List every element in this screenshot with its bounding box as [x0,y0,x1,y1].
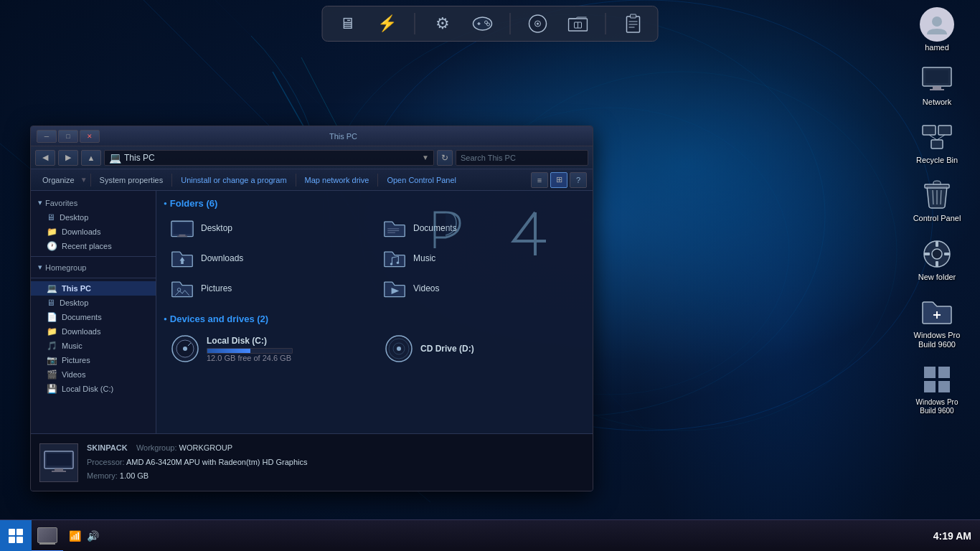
control-panel-icon [920,237,954,271]
svg-point-58 [397,261,400,264]
sidebar-item-videos[interactable]: 🎬 Videos [31,367,156,382]
music-icon: 🎵 [47,341,57,351]
svg-rect-39 [936,241,938,247]
gear-icon[interactable]: ⚙ [430,11,456,37]
sidebar-item-recent[interactable]: 🕐 Recent places [31,239,156,253]
local-disk-progress-bar [207,348,293,354]
desktop-icon-windows-build[interactable]: Windows ProBuild 9600 [908,359,966,418]
uninstall-button[interactable]: Uninstall or change a program [175,171,292,189]
homegroup-collapse-icon: ▾ [38,263,42,272]
forward-button[interactable]: ▶ [58,150,78,166]
desktop-icon-control-panel[interactable]: New folder [908,234,966,285]
disc-icon[interactable] [525,11,551,37]
folder-save-icon[interactable] [565,11,591,37]
sidebar-item-this-pc[interactable]: 💻 This PC [31,281,156,296]
folder-documents-icon [382,217,407,239]
view-tiles-button[interactable]: ⊞ [550,172,567,188]
folder-music-icon [382,248,407,269]
window-controls: ─ □ ✕ [37,130,100,143]
desktop-pc-icon: 🖥 [47,298,55,308]
recycle-bin-label: Control Panel [913,214,961,223]
address-path-icon: 💻 [109,152,121,164]
desktop-icon-network[interactable]: Recycle Bin [908,117,966,168]
favorites-section[interactable]: ▾ Favorites [31,195,156,210]
maximize-button[interactable]: □ [58,130,78,143]
sidebar-item-downloads[interactable]: 📁 Downloads [31,324,156,339]
sidebar-item-pictures[interactable]: 📷 Pictures [31,353,156,367]
svg-point-57 [390,263,393,265]
system-properties-button[interactable]: System properties [94,171,169,189]
sidebar-item-music[interactable]: 🎵 Music [31,339,156,353]
sidebar-documents-label: Documents [62,313,102,321]
svg-rect-47 [924,381,936,392]
toolbar-view-controls: ≡ ⊞ ? [531,172,587,188]
desktop-icon-new-folder[interactable]: Windows Pro Build 9600 [908,292,966,352]
search-box[interactable]: Search This PC [456,150,588,166]
pictures-icon: 📷 [47,355,57,365]
gamepad-icon[interactable] [470,11,496,37]
cable-icon[interactable]: ⚡ [374,11,400,37]
sidebar-music-label: Music [62,342,83,350]
taskbar-clock[interactable]: 4:19 AM [933,530,980,542]
desktop-icon-recycle-bin[interactable]: Control Panel [908,175,966,226]
device-cd-drive[interactable]: CD Drive (D:) [377,330,585,367]
sidebar-item-local-disk[interactable]: 💾 Local Disk (C:) [31,382,156,396]
up-button[interactable]: ▲ [81,150,101,166]
taskbar-explorer-item[interactable] [32,520,63,552]
monitor-icon[interactable]: 🖥 [334,11,360,37]
folder-item-documents[interactable]: Documents [376,215,585,242]
status-skinpack-row: SKINPACK Workgroup: WORKGROUP [87,441,308,456]
clipboard-icon[interactable] [621,11,646,37]
svg-rect-70 [47,453,71,466]
folder-item-videos[interactable]: Videos [376,275,585,302]
folder-item-downloads[interactable]: Downloads [164,245,373,272]
view-details-button[interactable]: ≡ [531,172,548,188]
window-title: This PC [100,132,587,141]
local-disk-icon: 💾 [47,384,57,394]
svg-rect-27 [930,89,944,90]
sidebar-item-desktop-pc[interactable]: 🖥 Desktop [31,296,156,310]
user-avatar [920,7,954,42]
help-button[interactable]: ? [570,172,587,188]
status-memory-row: Memory: 1.00 GB [87,469,308,484]
recent-icon: 🕐 [47,241,57,251]
cd-drive-icon [383,333,415,364]
memory-label: Memory: [87,471,118,480]
folder-item-music[interactable]: Music [376,245,585,272]
sidebar-item-desktop-fav[interactable]: 🖥 Desktop [31,210,156,225]
svg-rect-42 [944,253,950,255]
svg-rect-26 [933,86,941,89]
desktop-icon-this-pc[interactable]: Network [908,59,966,110]
sidebar-videos-label: Videos [62,370,85,379]
address-path[interactable]: 💻 This PC ▼ [104,150,434,166]
title-bar: ─ □ ✕ This PC [31,126,593,146]
sidebar-pictures-label: Pictures [62,356,90,364]
windows-build-icon [920,362,954,397]
control-panel-label: New folder [918,273,956,282]
organize-dropdown[interactable]: ▼ [80,176,88,184]
folder-item-desktop[interactable]: Desktop [164,215,373,242]
sidebar-recent-label: Recent places [62,242,112,250]
refresh-button[interactable]: ↻ [437,150,453,166]
downloads-icon: 📁 [47,326,57,336]
back-button[interactable]: ◀ [35,150,55,166]
recycle-bin-icon [920,178,954,212]
map-network-button[interactable]: Map network drive [299,171,375,189]
sidebar-item-downloads-fav[interactable]: 📁 Downloads [31,225,156,239]
sidebar-item-documents[interactable]: 📄 Documents [31,310,156,324]
sidebar-local-disk-label: Local Disk (C:) [62,385,113,393]
minimize-button[interactable]: ─ [37,130,57,143]
device-local-disk[interactable]: Local Disk (C:) 12.0 GB free of 24.6 GB [164,330,372,367]
toolbar-separator-1 [90,174,91,187]
explorer-main-content: Folders (6) Desktop [156,191,593,433]
start-button[interactable] [0,520,32,552]
address-bar: ◀ ▶ ▲ 💻 This PC ▼ ↻ Search This PC [31,146,593,169]
svg-rect-48 [938,381,950,392]
homegroup-section[interactable]: ▾ Homegroup [31,260,156,275]
organize-button[interactable]: Organize [37,171,80,189]
folder-item-pictures[interactable]: Pictures [164,275,373,302]
address-dropdown-arrow[interactable]: ▼ [422,154,429,161]
close-button[interactable]: ✕ [80,130,100,143]
user-account[interactable]: hamed [920,7,954,52]
open-control-panel-button[interactable]: Open Control Panel [381,171,462,189]
